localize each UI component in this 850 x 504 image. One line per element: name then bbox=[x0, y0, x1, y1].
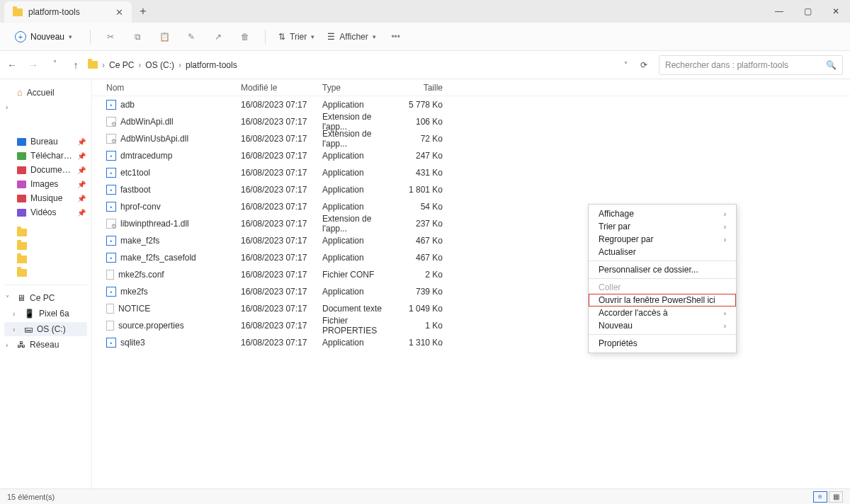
file-size: 467 Ko bbox=[393, 236, 450, 246]
file-modified: 16/08/2023 07:17 bbox=[241, 321, 322, 331]
paste-icon[interactable]: 📋 bbox=[157, 30, 171, 44]
search-input[interactable]: Rechercher dans : platform-tools 🔍 bbox=[659, 55, 843, 75]
doc-icon bbox=[106, 321, 114, 331]
file-size: 1 801 Ko bbox=[393, 185, 450, 195]
column-headers[interactable]: Nom Modifié le Type Taille bbox=[92, 79, 850, 96]
sidebar-folder[interactable] bbox=[4, 267, 87, 279]
sidebar-folder[interactable] bbox=[4, 227, 87, 239]
menu-item[interactable]: Regrouper par› bbox=[589, 233, 736, 246]
recent-dropdown[interactable]: ˅ bbox=[50, 59, 60, 71]
sidebar-item-musique[interactable]: Musique📌 bbox=[4, 191, 87, 205]
icons-view-toggle[interactable]: ▦ bbox=[829, 491, 843, 503]
pin-icon: 📌 bbox=[77, 181, 86, 188]
file-modified: 16/08/2023 07:17 bbox=[241, 219, 322, 229]
file-row[interactable]: AdbWinUsbApi.dll16/08/2023 07:17Extensio… bbox=[92, 130, 850, 147]
chevron-down-icon: ▾ bbox=[69, 33, 72, 40]
new-button[interactable]: + Nouveau ▾ bbox=[10, 28, 77, 46]
file-row[interactable]: AdbWinApi.dll16/08/2023 07:17Extension d… bbox=[92, 113, 850, 130]
forward-button[interactable]: → bbox=[28, 59, 38, 71]
file-type: Application bbox=[322, 100, 393, 110]
close-window-button[interactable]: ✕ bbox=[822, 0, 850, 23]
tab-platform-tools[interactable]: platform-tools ✕ bbox=[4, 1, 132, 23]
file-row[interactable]: ▪fastboot16/08/2023 07:17Application1 80… bbox=[92, 181, 850, 198]
sidebar-device-pixel6a[interactable]: ›📱 Pixel 6a bbox=[4, 307, 87, 321]
col-size[interactable]: Taille bbox=[393, 83, 450, 93]
titlebar: platform-tools ✕ + — ▢ ✕ bbox=[0, 0, 850, 23]
dll-icon bbox=[106, 117, 116, 127]
sort-button[interactable]: ⇅ Trier ▾ bbox=[278, 32, 314, 42]
pin-icon: 📌 bbox=[77, 195, 86, 202]
col-modified[interactable]: Modifié le bbox=[241, 83, 322, 93]
sidebar-network[interactable]: ›🖧 Réseau bbox=[4, 338, 87, 352]
menu-item[interactable]: Nouveau› bbox=[589, 319, 736, 332]
crumb-osc[interactable]: OS (C:) bbox=[145, 60, 174, 70]
col-type[interactable]: Type bbox=[322, 83, 393, 93]
col-name[interactable]: Nom bbox=[99, 83, 241, 93]
menu-label: Trier par bbox=[599, 222, 630, 231]
refresh-icon[interactable]: ⟳ bbox=[640, 60, 647, 70]
folder-icon bbox=[88, 61, 98, 69]
sidebar-item-téléchargements[interactable]: Téléchargements📌 bbox=[4, 149, 87, 163]
view-button[interactable]: ☰ Afficher ▾ bbox=[327, 32, 375, 42]
new-tab-button[interactable]: + bbox=[132, 0, 154, 23]
sidebar-item-images[interactable]: Images📌 bbox=[4, 177, 87, 191]
view-label: Afficher bbox=[339, 32, 368, 42]
menu-item[interactable]: Actualiser bbox=[589, 246, 736, 258]
menu-item[interactable]: Propriétés bbox=[589, 337, 736, 350]
exe-icon: ▪ bbox=[106, 202, 116, 212]
file-modified: 16/08/2023 07:17 bbox=[241, 304, 322, 314]
sidebar-item-vidéos[interactable]: Vidéos📌 bbox=[4, 205, 87, 219]
menu-item[interactable]: Personnaliser ce dossier... bbox=[589, 263, 736, 276]
rename-icon[interactable]: ✎ bbox=[184, 30, 198, 44]
details-view-toggle[interactable]: ≡ bbox=[813, 491, 827, 503]
sidebar-expand[interactable]: › bbox=[4, 101, 87, 113]
sidebar-thispc[interactable]: ˅🖥 Ce PC bbox=[4, 291, 87, 305]
menu-item[interactable]: Trier par› bbox=[589, 220, 736, 233]
delete-icon[interactable]: 🗑 bbox=[238, 30, 252, 44]
file-size: 237 Ko bbox=[393, 219, 450, 229]
share-icon[interactable]: ↗ bbox=[211, 30, 225, 44]
file-name: source.properties bbox=[118, 321, 184, 331]
file-name: dmtracedump bbox=[120, 151, 172, 161]
more-icon[interactable]: ••• bbox=[389, 30, 403, 44]
menu-item[interactable]: Affichage› bbox=[589, 207, 736, 220]
chevron-right-icon: › bbox=[724, 309, 726, 317]
file-size: 467 Ko bbox=[393, 253, 450, 263]
copy-icon[interactable]: ⧉ bbox=[130, 30, 144, 44]
minimize-button[interactable]: — bbox=[765, 0, 793, 23]
close-tab-icon[interactable]: ✕ bbox=[115, 7, 123, 18]
crumb-platform-tools[interactable]: platform-tools bbox=[186, 60, 237, 70]
sort-label: Trier bbox=[290, 32, 307, 42]
file-type: Fichier PROPERTIES bbox=[322, 316, 393, 336]
sidebar-folder[interactable] bbox=[4, 253, 87, 265]
breadcrumb[interactable]: › Ce PC › OS (C:) › platform-tools bbox=[88, 60, 617, 70]
file-row[interactable]: ▪etc1tool16/08/2023 07:17Application431 … bbox=[92, 164, 850, 181]
chevron-down-icon[interactable]: ˅ bbox=[624, 61, 628, 69]
file-row[interactable]: ▪dmtracedump16/08/2023 07:17Application2… bbox=[92, 147, 850, 164]
file-modified: 16/08/2023 07:17 bbox=[241, 151, 322, 161]
up-button[interactable]: ↑ bbox=[71, 59, 81, 71]
sidebar-device-osc[interactable]: ›🖴 OS (C:) bbox=[4, 322, 87, 336]
menu-item[interactable]: Ouvrir la fenêtre PowerShell ici bbox=[589, 294, 736, 307]
back-button[interactable]: ← bbox=[7, 59, 17, 71]
menu-label: Coller bbox=[599, 282, 620, 292]
exe-icon: ▪ bbox=[106, 168, 116, 178]
file-name: mke2fs bbox=[120, 287, 148, 297]
pin-icon: 📌 bbox=[77, 209, 86, 217]
menu-item[interactable]: Accorder l'accès à› bbox=[589, 307, 736, 319]
sidebar-home[interactable]: ⌂ Accueil bbox=[4, 85, 87, 100]
file-type: Application bbox=[322, 236, 393, 246]
maximize-button[interactable]: ▢ bbox=[793, 0, 822, 23]
search-placeholder: Rechercher dans : platform-tools bbox=[665, 60, 788, 70]
cut-icon[interactable]: ✂ bbox=[103, 30, 118, 44]
sort-icon: ⇅ bbox=[278, 32, 285, 42]
sidebar-folder[interactable] bbox=[4, 240, 87, 252]
exe-icon: ▪ bbox=[106, 287, 116, 297]
tab-title: platform-tools bbox=[28, 7, 80, 17]
sidebar-item-bureau[interactable]: Bureau📌 bbox=[4, 134, 87, 149]
file-row[interactable]: ▪adb16/08/2023 07:17Application5 778 Ko bbox=[92, 96, 850, 113]
file-name: make_f2fs_casefold bbox=[120, 253, 196, 263]
crumb-cepc[interactable]: Ce PC bbox=[109, 60, 134, 70]
sidebar-item-documents[interactable]: Documents📌 bbox=[4, 163, 87, 177]
pin-icon: 📌 bbox=[77, 166, 86, 174]
